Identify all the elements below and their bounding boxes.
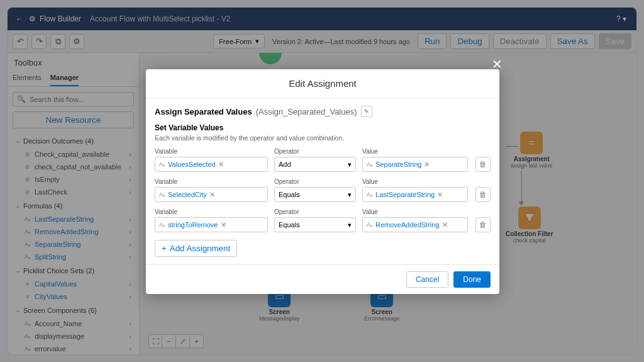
plus-icon: + [162,244,167,253]
delete-row-button[interactable]: 🗑 [475,187,491,202]
assignment-row: VariableAₐSelectedCity ✕OperatorEquals▾V… [155,178,491,202]
text-icon: Aₐ [159,222,165,228]
clear-icon[interactable]: ✕ [437,191,443,199]
value-input[interactable]: AₐSeparateString ✕ [362,157,468,172]
variable-input[interactable]: AₐstringToRemove ✕ [155,217,268,232]
assignment-row: VariableAₐstringToRemove ✕OperatorEquals… [155,208,491,232]
add-assignment-button[interactable]: + Add Assignment [155,240,237,257]
chevron-down-icon: ▾ [348,191,352,199]
col-label: Value [362,178,468,185]
clear-icon[interactable]: ✕ [442,221,448,229]
clear-icon[interactable]: ✕ [221,221,226,229]
col-label: Variable [155,178,268,185]
col-label: Variable [155,148,268,155]
assignment-row: VariableAₐValuesSelected ✕OperatorAdd▾Va… [155,148,491,172]
text-icon: Aₐ [367,161,373,167]
clear-icon[interactable]: ✕ [218,161,224,169]
chevron-down-icon: ▾ [348,161,352,169]
assignment-title: Assign Separated Values [155,107,252,116]
chevron-down-icon: ▾ [348,221,352,229]
edit-name-button[interactable]: ✎ [361,106,372,117]
close-icon[interactable]: ✕ [492,58,502,71]
variable-input[interactable]: AₐSelectedCity ✕ [155,187,268,202]
delete-row-button[interactable]: 🗑 [475,157,491,172]
col-label: Variable [155,208,268,215]
delete-row-button[interactable]: 🗑 [475,217,491,232]
operator-select[interactable]: Equals▾ [274,187,356,202]
done-button[interactable]: Done [453,271,491,288]
value-input[interactable]: AₐRemoveAddedString ✕ [362,217,468,232]
modal-header: Edit Assignment [146,69,499,98]
text-icon: Aₐ [367,191,373,198]
text-icon: Aₐ [367,222,373,228]
edit-assignment-modal: Edit Assignment Assign Separated Values … [146,69,499,294]
operator-select[interactable]: Add▾ [274,157,356,172]
operator-select[interactable]: Equals▾ [274,217,356,232]
col-label: Operator [274,208,356,215]
clear-icon[interactable]: ✕ [209,191,215,199]
text-icon: Aₐ [159,191,165,198]
col-label: Operator [274,178,356,185]
value-input[interactable]: AₐLastSeparateString ✕ [362,187,468,202]
assignment-api-name: (Assign_Separated_Values) [256,107,357,116]
section-header: Set Variable Values [155,123,491,132]
text-icon: Aₐ [159,161,165,167]
col-label: Value [362,208,468,215]
cancel-button[interactable]: Cancel [406,271,448,288]
clear-icon[interactable]: ✕ [424,161,430,169]
variable-input[interactable]: AₐValuesSelected ✕ [155,157,268,172]
section-sub: Each variable is modified by the operato… [155,134,491,142]
col-label: Operator [274,148,356,155]
col-label: Value [362,148,468,155]
